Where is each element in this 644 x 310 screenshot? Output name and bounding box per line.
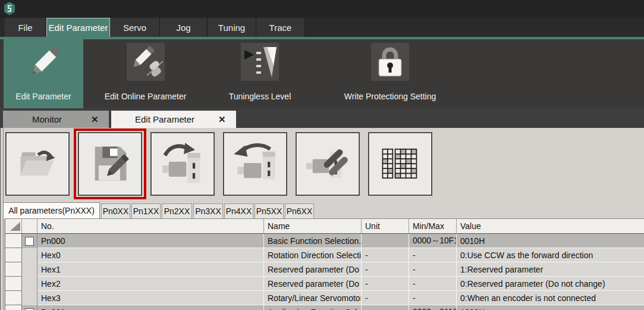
row-checkbox-cell (22, 234, 37, 248)
param-tab-pn3xx[interactable]: Pn3XX (193, 203, 223, 218)
cell-name: Reserved parameter (Do ... (264, 277, 362, 291)
select-all-corner[interactable] (5, 219, 22, 233)
cell-minmax: - (409, 262, 457, 277)
row-header-cell[interactable] (5, 234, 22, 248)
table-row-hex3[interactable]: Hex3 Rotary/Linear Servomotor... - - 0:W… (5, 291, 644, 305)
cell-name: Rotation Direction Selecti... (264, 248, 362, 262)
upload-from-servo-button[interactable] (223, 132, 287, 196)
lock-icon (371, 43, 409, 81)
arrow-out-of-drive-icon (233, 142, 278, 187)
compare-parameters-button[interactable] (296, 132, 360, 196)
column-header-no: No. (37, 219, 264, 233)
row-checkbox-cell (22, 291, 37, 305)
cell-unit (362, 305, 409, 310)
pencils-drive-icon (305, 142, 350, 187)
ribbon-tuningless-level-button[interactable]: Tuningless Level (208, 39, 312, 108)
table-header-row: No. Name Unit Min/Max Value (5, 219, 644, 234)
column-header-unit: Unit (362, 219, 409, 233)
document-tab-bar: Monitor ✕ Edit Parameter ✕ (0, 108, 644, 128)
cell-minmax: - (409, 277, 457, 291)
row-checkbox-cell (22, 305, 37, 310)
ribbon-label: Edit Online Parameter (83, 92, 208, 101)
cell-unit (362, 234, 409, 248)
close-icon[interactable]: ✕ (91, 114, 109, 125)
download-to-servo-button[interactable] (150, 132, 215, 196)
param-tab-pn0xx[interactable]: Pn0XX (101, 203, 130, 218)
pencil-motor-icon (127, 43, 165, 81)
table-row-pn000[interactable]: Pn000 Basic Function Selection... 0000～1… (5, 234, 644, 248)
row-checkbox-cell (22, 262, 37, 277)
title-bar (0, 0, 644, 18)
cell-name: Basic Function Selection... (264, 234, 362, 248)
cell-value: 1:Reserved parameter (457, 262, 644, 277)
arrow-into-drive-icon (160, 142, 205, 187)
row-header-cell[interactable] (5, 262, 22, 277)
ribbon-label: Tuningless Level (208, 92, 312, 101)
app-logo-icon (4, 2, 15, 18)
param-tab-pn4xx[interactable]: Pn4XX (224, 203, 253, 218)
cell-no: Hex3 (37, 291, 264, 305)
cell-value: 1000H (457, 305, 644, 310)
content-area: All parameters(PnXXX) Pn0XX Pn1XX Pn2XX … (0, 128, 644, 310)
table-row-pn001-partial[interactable]: Pn001 Application Function Sele... 0000～… (5, 305, 644, 310)
cell-no: Hex2 (37, 277, 264, 291)
menu-item-trace[interactable]: Trace (256, 18, 305, 37)
tab-label: Monitor (3, 114, 91, 124)
cell-minmax: - (409, 291, 457, 305)
cell-no: Hex0 (37, 248, 264, 262)
cell-no: Hex1 (37, 262, 264, 277)
row-header-cell[interactable] (5, 277, 22, 291)
floppy-pencil-icon (87, 142, 133, 187)
open-parameter-file-button[interactable] (5, 132, 70, 196)
menu-item-edit-parameter[interactable]: Edit Parameter (46, 18, 110, 37)
row-checkbox[interactable] (25, 308, 34, 310)
tab-label: Edit Parameter (111, 114, 218, 124)
ribbon-label: Write Protectiong Setting (312, 92, 468, 101)
param-tab-all[interactable]: All parameters(PnXXX) (3, 202, 100, 218)
cell-minmax: - (409, 248, 457, 262)
ribbon-label: Edit Parameter (4, 92, 83, 101)
ribbon-edit-parameter-button[interactable]: Edit Parameter (4, 39, 83, 108)
cell-value: 0:Use CCW as the forward direction (457, 248, 644, 262)
row-header-cell[interactable] (5, 291, 22, 305)
param-tab-pn5xx[interactable]: Pn5XX (255, 203, 284, 218)
row-header-cell[interactable] (5, 305, 22, 310)
table-row-hex0[interactable]: Hex0 Rotation Direction Selecti... - - 0… (5, 248, 644, 262)
row-header-cell[interactable] (5, 248, 22, 262)
cell-unit: - (362, 277, 409, 291)
ribbon: Edit Parameter Edit Online Parameter (0, 39, 644, 108)
ribbon-edit-online-parameter-button[interactable]: Edit Online Parameter (83, 39, 208, 108)
ribbon-write-protecting-setting-button[interactable]: Write Protectiong Setting (312, 39, 468, 108)
column-header-minmax: Min/Max (409, 219, 457, 233)
column-header-name: Name (264, 219, 362, 233)
close-icon[interactable]: ✕ (218, 114, 236, 125)
tab-monitor[interactable]: Monitor ✕ (3, 111, 109, 128)
param-tab-pn1xx[interactable]: Pn1XX (131, 203, 161, 218)
menu-item-tuning[interactable]: Tuning (208, 18, 256, 37)
cell-name: Reserved parameter (Do ... (264, 262, 362, 277)
cell-name: Rotary/Linear Servomotor... (264, 291, 362, 305)
menu-item-servo[interactable]: Servo (110, 18, 160, 37)
menu-bar: File Edit Parameter Servo Jog Tuning Tra… (0, 18, 644, 37)
save-parameter-file-button[interactable] (78, 132, 142, 196)
tab-edit-parameter[interactable]: Edit Parameter ✕ (111, 111, 236, 128)
cell-value: 0:When an encoder is not connected (457, 291, 644, 305)
cell-no: Pn001 (37, 305, 264, 310)
cell-value: 0010H (457, 234, 644, 248)
parameter-table-button[interactable] (368, 132, 432, 196)
table-row-hex2[interactable]: Hex2 Reserved parameter (Do ... - - 0:Re… (5, 277, 644, 291)
table-row-hex1[interactable]: Hex1 Reserved parameter (Do ... - - 1:Re… (5, 262, 644, 277)
column-header-value: Value (457, 219, 644, 233)
param-tab-pn2xx[interactable]: Pn2XX (162, 203, 192, 218)
cell-minmax: 0000～0110 (409, 305, 457, 310)
param-tab-pn6xx[interactable]: Pn6XX (285, 203, 314, 218)
application-window: File Edit Parameter Servo Jog Tuning Tra… (0, 0, 644, 310)
cell-minmax: 0000～10F1 (409, 234, 457, 248)
menu-item-jog[interactable]: Jog (160, 18, 208, 37)
cell-no: Pn000 (37, 234, 264, 248)
menu-item-file[interactable]: File (5, 18, 46, 37)
parameter-table: No. Name Unit Min/Max Value Pn000 Basic … (5, 218, 644, 310)
row-checkbox[interactable] (25, 237, 34, 246)
select-all-triangle-icon (10, 222, 20, 231)
cell-value: 0:Reserved parameter (Do not change) (457, 277, 644, 291)
